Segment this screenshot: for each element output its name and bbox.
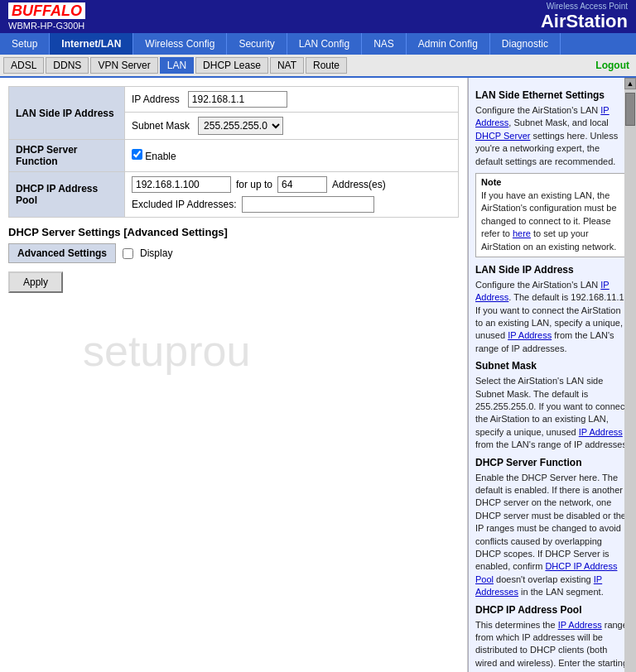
ip-link4[interactable]: IP Address [579, 427, 623, 437]
wap-text: Wireless Access Point [541, 2, 628, 11]
dhcp-start-ip-input[interactable] [132, 176, 231, 193]
lan-ip-label: LAN Side IP Address [9, 87, 125, 140]
subnet-value-cell: Subnet Mask 255.255.255.0 255.255.0.0 25… [125, 113, 459, 140]
sub-tab-nat[interactable]: NAT [270, 57, 304, 74]
scroll-up-arrow[interactable]: ▲ [624, 78, 636, 89]
tab-internet-lan[interactable]: Internet/LAN [50, 33, 133, 55]
addresses-label: Address(es) [332, 179, 386, 190]
logo-area: BUFFALO WBMR-HP-G300H [8, 2, 85, 31]
lan-ip-link1[interactable]: IP Address [475, 105, 610, 127]
help-subnet-text: Select the AirStation's LAN side Subnet … [475, 375, 629, 451]
dhcp-enable-label: Enable [145, 151, 176, 162]
help-main-title: LAN Side Ethernet Settings [475, 89, 629, 101]
sub-tab-adsl[interactable]: ADSL [3, 57, 44, 74]
ip-address-input[interactable] [188, 91, 287, 108]
lan-ip-row: LAN Side IP Address IP Address [9, 87, 459, 113]
watermark: setuprou [83, 326, 250, 376]
ip-link5[interactable]: IP Addresses [475, 574, 602, 597]
sub-tab-ddns[interactable]: DDNS [46, 57, 89, 74]
dhcp-pool-row: DHCP IP Address Pool for up to Address(e… [9, 172, 459, 218]
lan-ip-value-cell: IP Address [125, 87, 459, 113]
main: LAN Side IP Address IP Address Subnet Ma… [0, 78, 636, 672]
dhcp-server-row: DHCP Server Function Enable [9, 140, 459, 172]
here-link[interactable]: here [513, 228, 531, 238]
help-subnet-title: Subnet Mask [475, 360, 629, 372]
pool-line: for up to Address(es) [132, 176, 451, 193]
dhcp-pool-label: DHCP IP Address Pool [9, 172, 125, 218]
lan-settings-table: LAN Side IP Address IP Address Subnet Ma… [8, 86, 459, 218]
excluded-label: Excluded IP Addresses: [132, 199, 237, 210]
tab-wireless-config[interactable]: Wireless Config [133, 33, 227, 55]
excl-line: Excluded IP Addresses: [132, 196, 451, 213]
dhcp-link1[interactable]: DHCP Server [475, 131, 530, 141]
dhcp-server-label: DHCP Server Function [9, 140, 125, 172]
ip-link2[interactable]: IP Address [475, 280, 610, 302]
help-lan-ip-title: LAN Side IP Address [475, 264, 629, 276]
apply-button[interactable]: Apply [8, 271, 63, 293]
note-box: Note If you have an existing LAN, the Ai… [475, 173, 629, 257]
for-up-to-label: for up to [236, 179, 272, 190]
tab-diagnostic[interactable]: Diagnostic [490, 33, 561, 55]
display-label: Display [140, 247, 172, 259]
ip-address-label: IP Address [132, 94, 180, 105]
tab-nas[interactable]: NAS [362, 33, 407, 55]
sub-tab-route[interactable]: Route [306, 57, 347, 74]
buffalo-logo: BUFFALO [8, 2, 85, 19]
tab-lan-config[interactable]: LAN Config [287, 33, 362, 55]
help-lan-ip-text: Configure the AirStation's LAN IP Addres… [475, 279, 629, 355]
nav-tabs: Setup Internet/LAN Wireless Config Secur… [0, 33, 636, 55]
sub-tab-dhcp-lease[interactable]: DHCP Lease [195, 57, 268, 74]
tab-admin-config[interactable]: Admin Config [407, 33, 490, 55]
note-title: Note [481, 177, 624, 187]
excluded-ip-input[interactable] [242, 196, 374, 213]
dhcp-enable-checkbox[interactable] [132, 149, 142, 160]
help-dhcp-pool-text: This determines the IP Address range fro… [475, 619, 629, 673]
dhcp-count-input[interactable] [277, 176, 327, 193]
airstation-brand: AirStation [541, 11, 628, 32]
note-text: If you have an existing LAN, the AirStat… [481, 190, 624, 253]
scroll-thumb[interactable] [625, 93, 635, 126]
tab-setup[interactable]: Setup [0, 33, 50, 55]
help-dhcp-func-title: DHCP Server Function [475, 457, 629, 468]
airstation-area: Wireless Access Point AirStation [541, 2, 628, 32]
help-content: LAN Side Ethernet Settings Configure the… [469, 78, 636, 672]
sub-nav: ADSL DDNS VPN Server LAN DHCP Lease NAT … [0, 55, 636, 78]
model-name: WBMR-HP-G300H [8, 21, 85, 31]
help-dhcp-pool-title: DHCP IP Address Pool [475, 604, 629, 616]
subnet-mask-select[interactable]: 255.255.255.0 255.255.0.0 255.0.0.0 [198, 117, 283, 135]
tab-security[interactable]: Security [227, 33, 287, 55]
help-dhcp-func-text: Enable the DHCP Server here. The default… [475, 472, 629, 599]
dhcp-pool-value: for up to Address(es) Excluded IP Addres… [125, 172, 459, 218]
sub-nav-left: ADSL DDNS VPN Server LAN DHCP Lease NAT … [3, 57, 347, 74]
display-checkbox[interactable] [123, 248, 133, 259]
advanced-settings-label: Advanced Settings [8, 243, 116, 263]
help-main-desc: Configure the AirStation's LAN IP Addres… [475, 104, 629, 168]
dhcp-advanced-section-header: DHCP Server Settings [Advanced Settings] [8, 226, 459, 238]
subnet-label: Subnet Mask [132, 120, 190, 132]
right-panel: LAN Side Ethernet Settings Configure the… [468, 78, 636, 672]
vertical-scrollbar: ▲ ▼ [624, 78, 636, 672]
ip-link3[interactable]: IP Address [508, 330, 552, 340]
advanced-settings-row: Advanced Settings Display [8, 243, 459, 263]
header: BUFFALO WBMR-HP-G300H Wireless Access Po… [0, 0, 636, 33]
sub-tab-lan[interactable]: LAN [160, 57, 194, 74]
dhcp-server-value: Enable [125, 140, 459, 172]
logout-button[interactable]: Logout [595, 60, 629, 71]
ip-link6[interactable]: IP Address [558, 620, 602, 630]
sub-tab-vpn-server[interactable]: VPN Server [90, 57, 157, 74]
left-panel: LAN Side IP Address IP Address Subnet Ma… [0, 78, 468, 672]
